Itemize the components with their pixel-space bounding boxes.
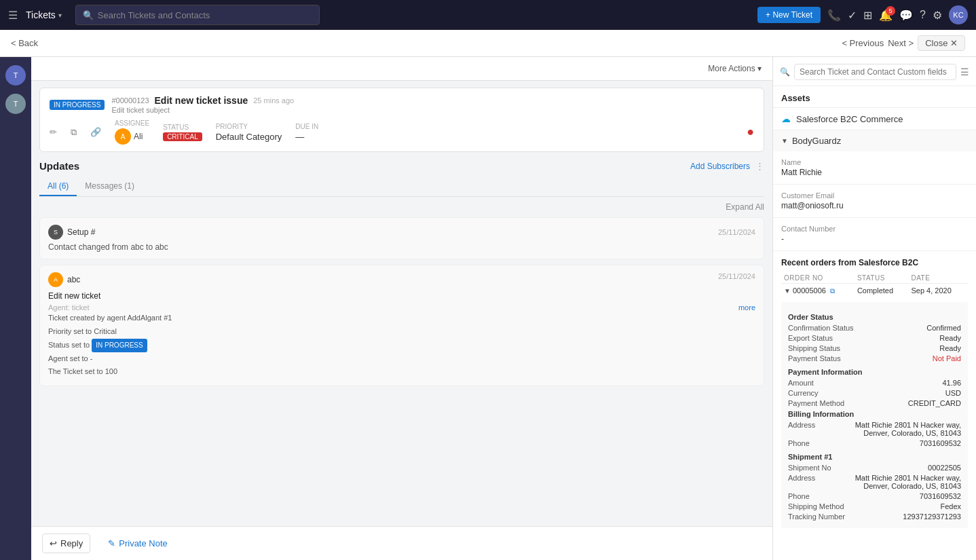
tracking-number-val: 12937129371293: [903, 512, 961, 521]
sidebar-avatar-2[interactable]: T: [5, 94, 26, 114]
shipping-method-row: Shipping Method Fedex: [788, 502, 961, 510]
updates-tabs: All (6) Messages (1): [39, 177, 764, 197]
main-layout: T T More Actions ▾ IN PROGRESS #00000123…: [0, 57, 976, 560]
user-avatar[interactable]: KC: [949, 5, 968, 24]
payment-status-row: Payment Status Not Paid: [788, 354, 961, 362]
contact-value: -: [781, 234, 968, 244]
details-toggle[interactable]: more: [738, 303, 755, 312]
sidebar-avatar-1[interactable]: T: [5, 65, 26, 86]
private-note-button[interactable]: ✎ Private Note: [101, 534, 174, 553]
right-panel-search-bar: 🔍 ☰: [773, 57, 976, 86]
global-search-input[interactable]: [98, 10, 312, 20]
meta-priority: PRIORITY Default Category: [216, 123, 282, 142]
app-title[interactable]: Tickets ▾: [26, 10, 62, 20]
assignee-name: Ali: [134, 132, 143, 141]
shipment-phone-val: 7031609532: [920, 492, 961, 500]
new-ticket-button[interactable]: + New Ticket: [757, 7, 821, 23]
order-external-link-icon[interactable]: ⧉: [830, 287, 835, 295]
updates-menu-icon[interactable]: ⋮: [755, 161, 764, 171]
right-panel: 🔍 ☰ Assets ☁ Salesforce B2C Commerce ▼ B…: [772, 57, 976, 560]
ticket-card: IN PROGRESS #00000123 Edit new ticket is…: [39, 88, 764, 152]
salesforce-item[interactable]: ☁ Salesforce B2C Commerce: [773, 107, 976, 130]
back-button[interactable]: < Back: [11, 38, 38, 48]
billing-phone-key: Phone: [788, 439, 810, 447]
layout-icon[interactable]: ⊞: [863, 9, 872, 22]
activity-agent: S Setup #: [48, 225, 95, 240]
list-view-icon[interactable]: ☰: [960, 67, 969, 77]
priority-value: Default Category: [216, 132, 282, 142]
updates-actions: Add Subscribers ⋮: [690, 161, 764, 171]
top-nav: ☰ Tickets ▾ 🔍 + New Ticket 📞 ✓ ⊞ 🔔 5 💬 ?…: [0, 0, 976, 30]
help-icon[interactable]: ?: [920, 9, 926, 21]
recent-orders-title: Recent orders from Salesforce B2C: [781, 258, 968, 267]
ticket-sub: Edit ticket subject: [111, 106, 294, 114]
shipping-method-val: Fedex: [940, 502, 961, 510]
table-row[interactable]: ▼ 00005006 ⧉ Completed Sep 4, 2020: [781, 284, 968, 299]
edit-icon[interactable]: ✏: [50, 127, 57, 137]
shipping-method-key: Shipping Method: [788, 502, 844, 510]
phone-icon[interactable]: 📞: [827, 9, 841, 22]
creation-detail-3: Status set to IN PROGRESS: [48, 339, 755, 352]
shipping-status-val: Ready: [939, 344, 961, 352]
settings-icon[interactable]: ⚙: [933, 9, 942, 22]
updates-header: Updates Add Subscribers ⋮: [39, 152, 764, 177]
notification-icon[interactable]: 🔔 5: [879, 9, 893, 22]
email-value: matt@oniosoft.ru: [781, 201, 968, 210]
copy-icon[interactable]: ⧉: [71, 127, 77, 138]
content-area: More Actions ▾ IN PROGRESS #00000123 Edi…: [31, 57, 772, 560]
creation-ticket-title: Edit new ticket: [48, 291, 755, 301]
confirmation-status-key: Confirmation Status: [788, 324, 854, 332]
shipment-address-row: Address Matt Richie 2801 N Hacker way, D…: [788, 474, 961, 490]
reply-bar: ↩ Reply ✎ Private Note: [31, 526, 772, 560]
menu-icon[interactable]: ☰: [8, 9, 18, 22]
bodyguardz-chevron-icon: ▼: [781, 137, 788, 145]
dot-menu-icon[interactable]: ●: [747, 125, 754, 139]
close-button[interactable]: Close ✕: [918, 35, 965, 51]
shipping-status-row: Shipping Status Ready: [788, 344, 961, 352]
ticket-details-link: Agent: ticket: [48, 303, 90, 312]
creation-agent-name: abc: [67, 275, 80, 284]
ticket-info: #00000123 Edit new ticket issue 25 mins …: [111, 95, 294, 114]
tab-all[interactable]: All (6): [39, 177, 77, 196]
link-icon[interactable]: 🔗: [90, 127, 101, 137]
reply-icon: ↩: [50, 538, 57, 548]
reply-button[interactable]: ↩ Reply: [42, 534, 90, 553]
confirmation-status-row: Confirmation Status Confirmed: [788, 324, 961, 332]
more-actions-button[interactable]: More Actions ▾: [708, 64, 762, 73]
tab-messages[interactable]: Messages (1): [77, 177, 143, 196]
col-status: STATUS: [855, 273, 909, 284]
meta-assign: ASSIGNEE A Ali: [115, 119, 149, 145]
next-button[interactable]: Next >: [888, 38, 914, 48]
activity-agent-info: Setup #: [67, 227, 95, 237]
check-icon[interactable]: ✓: [848, 9, 857, 22]
shipment-no-row: Shipment No 00022505: [788, 464, 961, 472]
shipping-status-key: Shipping Status: [788, 344, 840, 352]
ticket-creation-item: A abc 25/11/2024 Edit new ticket Agent: …: [39, 265, 764, 386]
billing-phone-row: Phone 7031609532: [788, 439, 961, 447]
billing-address-row: Address Matt Richie 2801 N Hacker way, D…: [788, 421, 961, 437]
tracking-number-key: Tracking Number: [788, 512, 845, 521]
previous-button[interactable]: < Previous: [842, 38, 884, 48]
currency-val: USD: [945, 389, 961, 397]
meta-status: STATUS CRITICAL: [163, 124, 202, 141]
right-panel-search-input[interactable]: [794, 64, 956, 80]
add-subscribers-link[interactable]: Add Subscribers: [690, 162, 750, 171]
email-label: Customer Email: [781, 191, 968, 200]
billing-address-val: Matt Richie 2801 N Hacker way, Denver, C…: [852, 421, 961, 437]
bodyguardz-contact-section: Contact Number -: [773, 218, 976, 251]
chat-icon[interactable]: 💬: [899, 9, 913, 22]
bodyguardz-section: ▼ BodyGuardz Name Matt Richie Customer E…: [773, 130, 976, 528]
ticket-status-badge: IN PROGRESS: [50, 100, 105, 110]
col-order-no: ORDER NO: [781, 273, 855, 284]
expand-all-toggle[interactable]: Expand All: [39, 202, 764, 212]
currency-key: Currency: [788, 389, 819, 397]
amount-row: Amount 41.96: [788, 379, 961, 387]
col-date: DATE: [908, 273, 968, 284]
global-search-bar[interactable]: 🔍: [75, 5, 320, 25]
order-no-value: 00005006: [793, 286, 826, 295]
ticket-header: More Actions ▾: [31, 57, 772, 81]
order-status-value: Completed: [855, 284, 909, 299]
payment-info-title: Payment Information: [788, 368, 961, 376]
bodyguardz-header[interactable]: ▼ BodyGuardz: [773, 130, 976, 151]
billing-address-key: Address: [788, 421, 815, 437]
